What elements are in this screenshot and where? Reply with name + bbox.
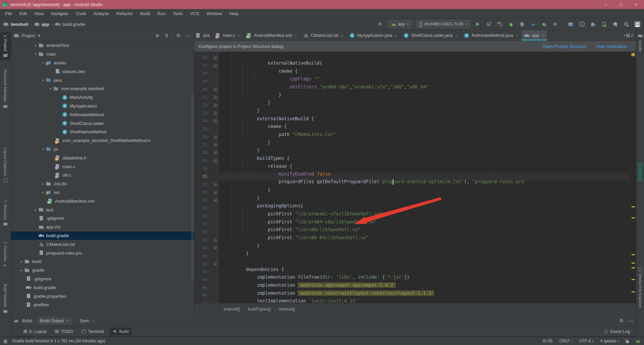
search-everywhere-icon[interactable] (623, 21, 630, 27)
warning-mark[interactable] (632, 217, 635, 218)
tree-item[interactable]: build.gradle (11, 283, 194, 292)
fold-marker[interactable] (207, 299, 219, 303)
menu-item[interactable]: File (1, 9, 16, 18)
fold-marker[interactable] (207, 228, 219, 236)
code-line[interactable]: 47 androidTestImplementation 'androidx.t… (195, 299, 630, 303)
gradle-sync-icon[interactable] (590, 21, 596, 27)
fold-marker[interactable] (207, 196, 219, 204)
tree-item[interactable]: datadefine.h (11, 153, 194, 162)
menu-item[interactable]: Help (226, 9, 242, 18)
fold-marker[interactable] (207, 117, 219, 125)
fold-marker[interactable] (207, 69, 219, 77)
tree-item[interactable]: ▾ jni (11, 145, 194, 154)
tree-expand-arrow[interactable]: ▾ (48, 87, 53, 90)
collapse-all-icon[interactable]: ⇅ (163, 33, 170, 38)
tree-item[interactable]: ▾ java (11, 76, 194, 84)
chevron-down-icon[interactable]: ▾ (37, 33, 41, 38)
editor-tab[interactable]: ShellClassLoader.java × (400, 30, 461, 41)
tree-item[interactable]: RefinvokeMethod (11, 110, 194, 119)
tree-expand-arrow[interactable]: ▾ (40, 78, 46, 82)
tree-item[interactable]: ▸ res (11, 188, 194, 197)
menu-item[interactable]: Window (203, 9, 226, 18)
minimize-button[interactable]: – (598, 0, 613, 9)
warning-mark[interactable] (632, 254, 635, 255)
open-project-structure-link[interactable]: Open Project Structure (542, 44, 587, 49)
fold-marker[interactable] (207, 181, 219, 189)
tree-expand-arrow[interactable]: ▾ (40, 147, 46, 151)
build-panel-tab[interactable]: Build Output × (37, 317, 72, 325)
tree-item[interactable]: .gitignore (11, 275, 194, 283)
fold-marker[interactable] (207, 212, 219, 220)
tree-item[interactable]: com_example_twoshell_ShellNativeMethod.h (11, 136, 194, 145)
toolwindow-terminal-button[interactable]: Terminal (78, 328, 107, 335)
code-line[interactable]: 26 } (195, 133, 630, 141)
tool-stripe-button[interactable]: 1: Project (0, 32, 11, 61)
warning-mark[interactable] (632, 291, 635, 292)
tree-expand-arrow[interactable]: ▸ (19, 268, 24, 272)
tree-item[interactable]: ▾ assets (11, 59, 194, 67)
code-editor[interactable]: 16 externalNativeBuild{ 17 cmake { 18 (195, 52, 636, 303)
tool-stripe-button[interactable]: Build Variants (0, 281, 11, 317)
fold-marker[interactable] (207, 189, 219, 197)
tool-stripe-button[interactable]: Gradle (636, 31, 644, 55)
tree-item[interactable]: ▸ gradle (11, 266, 194, 275)
fold-marker[interactable] (207, 220, 219, 228)
menu-item[interactable]: Run (154, 9, 169, 18)
tree-item[interactable]: .gitignore (11, 214, 194, 223)
fold-marker[interactable] (207, 165, 219, 173)
tree-item[interactable]: util.c (11, 171, 194, 180)
tree-item[interactable]: main.c (11, 162, 194, 171)
close-tab-icon[interactable]: × (66, 319, 68, 323)
editor-tab[interactable]: CMakeLists.txt × (300, 30, 346, 41)
breadcrumb-project[interactable]: twoshell (3, 21, 28, 27)
gradle-daemon-android-icon[interactable] (636, 339, 641, 343)
fold-marker[interactable] (207, 141, 219, 149)
editor-tab[interactable]: AndroidManifest.xml × (243, 30, 300, 41)
hidden-tabs-dropdown[interactable]: ▾ 2 (621, 30, 636, 41)
fold-marker[interactable] (207, 236, 219, 244)
fold-marker[interactable] (207, 172, 219, 181)
tree-item[interactable]: app.iml (11, 223, 194, 231)
fold-marker[interactable] (207, 125, 219, 133)
breadcrumb-module[interactable]: app (34, 21, 49, 27)
profiler-icon[interactable] (530, 21, 536, 27)
menu-item[interactable]: View (31, 9, 47, 18)
fold-marker[interactable] (207, 149, 219, 157)
project-structure-icon[interactable] (568, 21, 574, 27)
readonly-lock-icon[interactable] (626, 341, 629, 343)
toolwindow-stripes-toggle-icon[interactable]: ▦ (3, 339, 7, 344)
fold-marker[interactable] (207, 244, 219, 252)
tree-item[interactable]: gradlew (11, 300, 194, 309)
toolwindow-logcat-button[interactable]: 6: Logcat (20, 328, 49, 335)
fold-marker[interactable] (207, 109, 219, 117)
maximize-button[interactable]: □ (613, 0, 629, 9)
indent-select[interactable]: 4 spaces▲▼ (600, 339, 619, 343)
close-tab-icon[interactable]: × (92, 319, 94, 323)
editor-tab[interactable]: app × (521, 30, 547, 41)
close-tab-icon[interactable]: × (455, 33, 458, 38)
menu-item[interactable]: Edit (16, 9, 31, 18)
error-stripe[interactable] (630, 52, 636, 303)
fold-marker[interactable] (207, 85, 219, 93)
tree-item[interactable]: ▸ test (11, 205, 194, 214)
run-icon[interactable] (474, 21, 481, 27)
editor-tab[interactable]: RefinvokeMethod.java × (461, 30, 521, 41)
tree-item[interactable]: ▾ main (11, 50, 194, 59)
tree-expand-arrow[interactable]: ▸ (33, 44, 39, 47)
build-panel-tab[interactable]: Sync × (76, 317, 97, 325)
menu-item[interactable]: Tools (169, 9, 186, 18)
fold-marker[interactable] (207, 268, 219, 276)
warning-mark[interactable] (631, 53, 635, 56)
tree-expand-arrow[interactable]: ▸ (33, 208, 39, 212)
tree-item[interactable]: CMakeLists.txt (11, 240, 194, 249)
tree-item[interactable]: proguard-rules.pro (11, 249, 194, 257)
tree-expand-arrow[interactable]: ▾ (33, 52, 39, 56)
warning-mark[interactable] (632, 206, 635, 207)
device-select[interactable]: HUAWEI G621-TL00▾ (416, 20, 470, 28)
apply-changes-restart-icon[interactable]: A (485, 21, 492, 27)
editor-tab[interactable]: ava × (195, 30, 212, 41)
fold-marker[interactable] (207, 54, 219, 62)
apply-code-changes-icon[interactable] (496, 21, 503, 27)
tree-item[interactable]: classes.dex (11, 67, 194, 76)
menu-item[interactable]: VCS (186, 9, 203, 18)
